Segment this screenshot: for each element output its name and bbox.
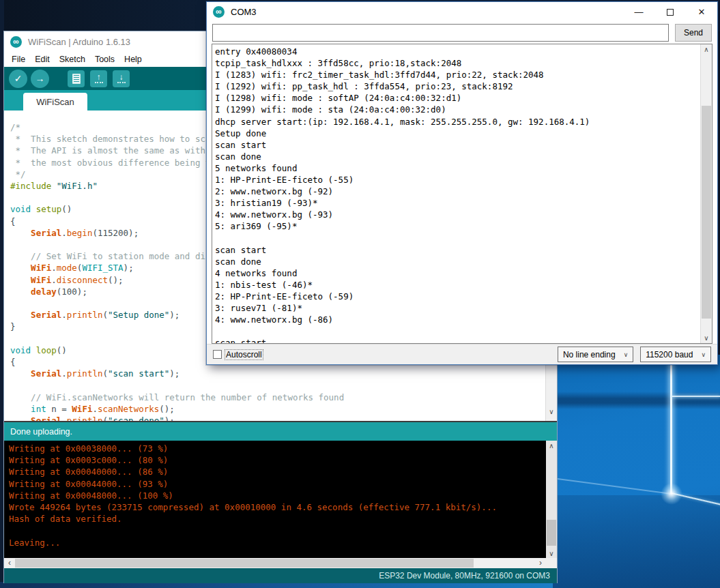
ide-console: Writing at 0x00038000... (73 %) Writing … — [4, 441, 557, 558]
baud-rate-value: 115200 baud — [646, 350, 693, 359]
upload-status-text: Done uploading. — [10, 427, 72, 437]
serial-output-text: entry 0x40080034 tcpip_task_hdlxxx : 3ff… — [215, 46, 590, 344]
scroll-up-icon[interactable]: ∧ — [546, 442, 557, 450]
ide-window-title: WiFiScan | Arduino 1.6.13 — [28, 37, 130, 47]
open-arrow-icon: ↑ — [97, 74, 101, 81]
minimize-button[interactable]: — — [623, 2, 654, 22]
upload-button[interactable]: → — [31, 70, 49, 88]
window-controls: — ✕ — [623, 2, 717, 22]
serial-scrollbar-thumb[interactable] — [702, 106, 711, 319]
serial-titlebar[interactable]: ∞ COM3 — ✕ — [207, 2, 717, 22]
autoscroll-label[interactable]: Autoscroll — [225, 350, 263, 359]
wallpaper-light-diagonal-left — [553, 477, 672, 495]
wallpaper-light-horizontal-beam — [672, 396, 720, 397]
horizontal-scrollbar-thumb[interactable] — [15, 559, 474, 568]
code-line: int n = WiFi.scanNetworks(); — [10, 403, 344, 415]
new-sketch-button[interactable] — [68, 70, 85, 87]
wallpaper-light-vertical-beam — [670, 360, 672, 494]
scroll-left-icon[interactable]: ‹ — [4, 558, 15, 568]
serial-bottom-bar: Autoscroll No line ending ∨ 115200 baud … — [207, 344, 717, 364]
tab-wifiscan[interactable]: WiFiScan — [23, 93, 87, 111]
board-port-status-text: ESP32 Dev Module, 80MHz, 921600 on COM3 — [379, 571, 550, 580]
wallpaper-shadow-band — [553, 392, 720, 409]
serial-input[interactable] — [212, 24, 669, 42]
arduino-logo-icon: ∞ — [10, 36, 22, 48]
menu-file[interactable]: File — [7, 53, 30, 65]
open-dots-icon — [95, 82, 103, 83]
code-line — [10, 379, 344, 391]
baud-rate-dropdown[interactable]: 115200 baud ∨ — [640, 347, 711, 362]
console-vertical-scrollbar[interactable]: ∧ ∨ — [546, 441, 557, 558]
send-button[interactable]: Send — [675, 24, 712, 42]
line-ending-value: No line ending — [563, 350, 616, 359]
wallpaper-corner-glow — [661, 483, 682, 505]
menu-tools[interactable]: Tools — [90, 53, 119, 65]
serial-window-title: COM3 — [231, 7, 257, 17]
code-line: Serial.println("scan done"); — [10, 415, 344, 421]
ide-footer-bar: ESP32 Dev Module, 80MHz, 921600 on COM3 — [4, 568, 557, 583]
chevron-down-icon: ∨ — [701, 351, 706, 358]
serial-vertical-scrollbar[interactable]: ∧ ∨ — [700, 44, 712, 343]
chevron-down-icon: ∨ — [624, 351, 629, 358]
menu-edit[interactable]: Edit — [30, 53, 55, 65]
scroll-down-icon[interactable]: ∨ — [546, 550, 557, 557]
maximize-button[interactable] — [654, 2, 686, 22]
open-sketch-button[interactable]: ↑ — [90, 70, 107, 87]
wallpaper-floor — [553, 495, 720, 588]
ide-status-bar: Done uploading. — [4, 421, 557, 441]
scroll-up-icon[interactable]: ∧ — [701, 46, 712, 53]
save-sketch-button[interactable]: ↓ — [113, 70, 130, 87]
scroll-down-icon[interactable]: ∨ — [546, 408, 557, 415]
scroll-down-icon[interactable]: ∨ — [701, 334, 712, 342]
console-scrollbar-thumb[interactable] — [547, 520, 556, 546]
maximize-icon — [667, 9, 674, 16]
windows10-wallpaper — [553, 355, 720, 588]
console-output-text: Writing at 0x00038000... (73 %) Writing … — [9, 443, 497, 548]
serial-monitor-window: ∞ COM3 — ✕ Send entry 0x40080034 tcpip_t… — [206, 1, 718, 365]
scroll-right-icon[interactable]: › — [535, 558, 546, 568]
verify-button[interactable]: ✓ — [9, 70, 27, 88]
close-button[interactable]: ✕ — [686, 2, 717, 22]
code-line: Serial.println("scan start"); — [10, 368, 344, 379]
document-icon — [72, 74, 81, 84]
line-ending-dropdown[interactable]: No line ending ∨ — [558, 347, 633, 362]
serial-output-area[interactable]: entry 0x40080034 tcpip_task_hdlxxx : 3ff… — [212, 44, 712, 344]
menu-help[interactable]: Help — [119, 53, 147, 65]
save-arrow-icon: ↓ — [119, 74, 124, 81]
arduino-logo-icon: ∞ — [213, 6, 225, 18]
console-horizontal-scrollbar[interactable]: ‹ › — [4, 558, 557, 568]
serial-send-row: Send — [207, 22, 717, 44]
autoscroll-checkbox[interactable] — [213, 350, 222, 359]
code-line: // WiFi.scanNetworks will return the num… — [10, 392, 344, 403]
menu-sketch[interactable]: Sketch — [55, 53, 90, 65]
save-dots-icon — [117, 82, 126, 83]
desktop: ∞ WiFiScan | Arduino 1.6.13 FileEditSket… — [0, 0, 720, 588]
